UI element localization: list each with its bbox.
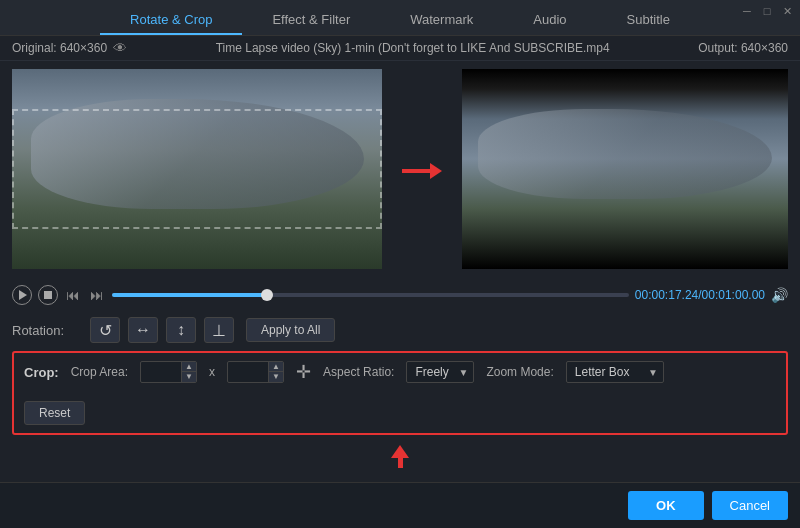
zoom-mode-label: Zoom Mode: bbox=[486, 365, 553, 379]
crop-area-label: Crop Area: bbox=[71, 365, 128, 379]
play-icon bbox=[19, 290, 27, 300]
tab-audio[interactable]: Audio bbox=[503, 6, 596, 35]
flip-h-icon: ↔ bbox=[135, 321, 151, 339]
zoom-mode-select-wrapper: Letter Box Pan & Scan Full ▼ bbox=[566, 361, 664, 383]
progress-fill bbox=[112, 293, 267, 297]
move-crop-icon[interactable]: ✛ bbox=[296, 361, 311, 383]
eye-icon[interactable]: 👁 bbox=[113, 40, 127, 56]
crop-height-up[interactable]: ▲ bbox=[269, 362, 283, 372]
tab-subtitle[interactable]: Subtitle bbox=[597, 6, 700, 35]
up-arrow-annotation bbox=[12, 435, 788, 472]
flip-v-icon: ↕ bbox=[177, 321, 185, 339]
crop-height-spinners: ▲ ▼ bbox=[268, 362, 283, 382]
crop-width-spinners: ▲ ▼ bbox=[181, 362, 196, 382]
tab-rotate-crop[interactable]: Rotate & Crop bbox=[100, 6, 242, 35]
close-button[interactable]: ✕ bbox=[780, 4, 794, 18]
filename: Time Lapse video (Sky) 1-min (Don't forg… bbox=[216, 41, 610, 55]
crop-height-group: 230 ▲ ▼ bbox=[227, 361, 284, 383]
rotate-ccw-button[interactable]: ↺ bbox=[90, 317, 120, 343]
crop-height-input-box: 230 ▲ ▼ bbox=[227, 361, 284, 383]
rotate-180-icon: ⊥ bbox=[212, 321, 226, 340]
output-video-frame bbox=[462, 69, 788, 269]
crop-controls: Crop: Crop Area: 640 ▲ ▼ x 230 ▲ ▼ ✛ bbox=[12, 351, 788, 435]
rotation-label: Rotation: bbox=[12, 323, 82, 338]
maximize-button[interactable]: □ bbox=[760, 4, 774, 18]
footer-bar: OK Cancel bbox=[0, 482, 800, 528]
crop-height-input[interactable]: 230 bbox=[228, 363, 268, 381]
output-video-preview bbox=[462, 69, 788, 269]
controls-section: Rotation: ↺ ↔ ↕ ⊥ Apply to All Crop: Cro… bbox=[0, 309, 800, 480]
source-video-preview bbox=[12, 69, 382, 269]
rotate-180-button[interactable]: ⊥ bbox=[204, 317, 234, 343]
tab-bar: Rotate & Crop Effect & Filter Watermark … bbox=[0, 0, 800, 36]
flip-vertical-button[interactable]: ↕ bbox=[166, 317, 196, 343]
cancel-button[interactable]: Cancel bbox=[712, 491, 788, 520]
tab-effect-filter[interactable]: Effect & Filter bbox=[242, 6, 380, 35]
crop-height-down[interactable]: ▼ bbox=[269, 372, 283, 382]
crop-overlay bbox=[12, 109, 382, 229]
original-resolution: Original: 640×360 bbox=[12, 41, 107, 55]
info-bar: Original: 640×360 👁 Time Lapse video (Sk… bbox=[0, 36, 800, 61]
stop-icon bbox=[44, 291, 52, 299]
ok-button[interactable]: OK bbox=[628, 491, 704, 520]
skip-back-icon[interactable]: ⏮ bbox=[64, 287, 82, 303]
time-display: 00:00:17.24/00:01:00.00 bbox=[635, 288, 765, 302]
rotation-row: Rotation: ↺ ↔ ↕ ⊥ Apply to All bbox=[12, 317, 788, 343]
aspect-ratio-label: Aspect Ratio: bbox=[323, 365, 394, 379]
progress-thumb[interactable] bbox=[261, 289, 273, 301]
window-controls: ─ □ ✕ bbox=[734, 0, 800, 22]
rotate-ccw-icon: ↺ bbox=[99, 321, 112, 340]
x-separator: x bbox=[209, 365, 215, 379]
source-video-frame bbox=[12, 69, 382, 269]
play-button[interactable] bbox=[12, 285, 32, 305]
preview-area bbox=[0, 61, 800, 281]
crop-width-input[interactable]: 640 bbox=[141, 363, 181, 381]
crop-width-up[interactable]: ▲ bbox=[182, 362, 196, 372]
crop-label: Crop: bbox=[24, 365, 59, 380]
progress-bar[interactable] bbox=[112, 293, 629, 297]
crop-width-group: 640 ▲ ▼ bbox=[140, 361, 197, 383]
output-resolution: Output: 640×360 bbox=[698, 41, 788, 55]
aspect-ratio-select-wrapper: Freely 16:9 4:3 1:1 9:16 ▼ bbox=[406, 361, 474, 383]
flip-horizontal-button[interactable]: ↔ bbox=[128, 317, 158, 343]
crop-width-input-box: 640 ▲ ▼ bbox=[140, 361, 197, 383]
crop-width-down[interactable]: ▼ bbox=[182, 372, 196, 382]
aspect-ratio-select[interactable]: Freely 16:9 4:3 1:1 9:16 bbox=[406, 361, 474, 383]
minimize-button[interactable]: ─ bbox=[740, 4, 754, 18]
volume-icon[interactable]: 🔊 bbox=[771, 287, 788, 303]
tab-watermark[interactable]: Watermark bbox=[380, 6, 503, 35]
stop-button[interactable] bbox=[38, 285, 58, 305]
reset-button[interactable]: Reset bbox=[24, 401, 85, 425]
zoom-mode-select[interactable]: Letter Box Pan & Scan Full bbox=[566, 361, 664, 383]
playback-controls: ⏮ ⏭ 00:00:17.24/00:01:00.00 🔊 bbox=[0, 281, 800, 309]
apply-to-all-button[interactable]: Apply to All bbox=[246, 318, 335, 342]
preview-arrow bbox=[402, 69, 442, 273]
skip-forward-icon[interactable]: ⏭ bbox=[88, 287, 106, 303]
